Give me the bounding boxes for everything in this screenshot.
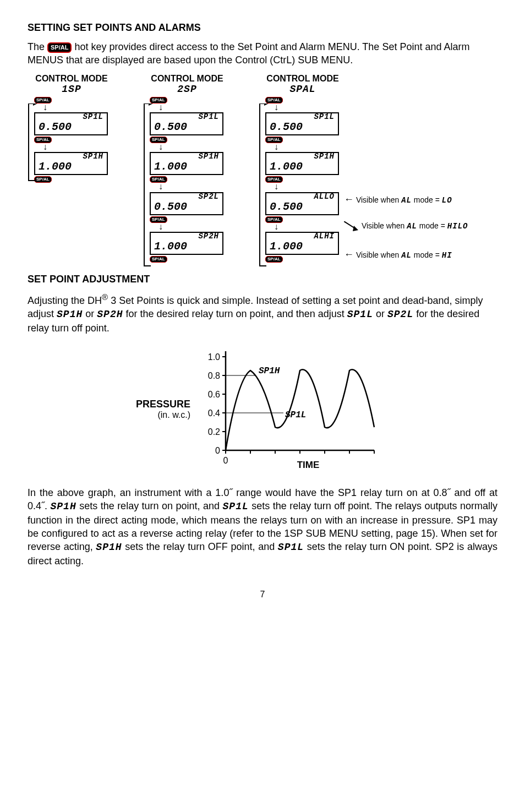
seg-sp1l: SP1L <box>347 309 373 320</box>
arrow-down-icon: ↓ <box>158 143 163 151</box>
svg-text:1.0: 1.0 <box>208 352 220 362</box>
mode-sub-1sp: 1SP <box>28 84 116 95</box>
chart-svg: 0 0.2 0.4 0.6 0.8 1.0 0 SP1H SP1L TIME <box>198 346 380 472</box>
display-box: SP1H 1.000 <box>265 152 339 175</box>
arrow-down-icon: ↓ <box>158 103 163 111</box>
annot-hilo: Visible when AL mode = HILO <box>344 221 468 232</box>
display-value: 1.000 <box>154 160 187 173</box>
display-value: 0.500 <box>270 121 303 133</box>
arrow-down-icon: ↓ <box>274 103 278 111</box>
adj-text: or <box>83 308 97 319</box>
loop-connector-icon <box>259 103 270 269</box>
loop-connector-icon <box>28 103 39 183</box>
chart-ylabel-main: PRESSURE <box>136 399 190 410</box>
mode-sub-2sp: 2SP <box>143 84 231 95</box>
display-box: SP1H 1.000 <box>150 152 223 175</box>
mode-sub-spal: SPAL <box>259 84 347 95</box>
display-label: SP1H <box>198 152 219 161</box>
annot-hi: ← Visible when AL mode = HI <box>344 249 452 260</box>
mode-col-1sp: CONTROL MODE 1SP SP/AL ↓ SP1L 0.500 SP/A… <box>28 74 127 183</box>
seg-sp2l: SP2L <box>387 309 413 320</box>
mode-diagram: CONTROL MODE 1SP SP/AL ↓ SP1L 0.500 SP/A… <box>28 74 497 263</box>
svg-text:0.6: 0.6 <box>208 390 220 399</box>
seg-sp1h: SP1H <box>96 542 122 553</box>
mode-col-2sp: CONTROL MODE 2SP SP/AL ↓ SP1L 0.500 SP/A… <box>143 74 242 263</box>
intro-paragraph: The SP/AL hot key provides direct access… <box>28 40 497 67</box>
svg-text:0: 0 <box>223 456 228 465</box>
display-value: 1.000 <box>270 160 303 173</box>
heading-setpoints: SETTING SET POINTS AND ALARMS <box>28 22 497 34</box>
chart-annot-sp1l: SP1L <box>285 410 306 420</box>
para2-text: sets the relay turn OFF point, and <box>122 541 278 552</box>
display-label: SP1L <box>314 112 335 121</box>
display-box: SP1L 0.500 <box>34 112 108 135</box>
display-label: SP2L <box>198 192 219 201</box>
chart-xlabel: TIME <box>297 460 320 470</box>
arrow-down-icon: ↓ <box>274 143 278 151</box>
page-number: 7 <box>28 590 497 600</box>
seg-sp1l: SP1L <box>223 501 249 512</box>
annot-lo: ← Visible when AL mode = LO <box>344 194 452 205</box>
adjustment-paragraph: Adjusting the DH® 3 Set Points is quick … <box>28 292 497 335</box>
display-value: 0.500 <box>39 121 72 133</box>
display-label: SP1H <box>83 152 103 161</box>
arrow-down-icon: ↓ <box>43 143 47 151</box>
chart-ylabel-sub: (in. w.c.) <box>136 410 190 420</box>
loop-connector-icon <box>143 103 154 269</box>
registered-icon: ® <box>102 292 108 302</box>
explanation-paragraph: In the above graph, an instrument with a… <box>28 486 497 568</box>
arrow-down-icon: ↓ <box>274 223 278 231</box>
display-value: 1.000 <box>270 240 303 253</box>
display-box: ALHI 1.000 <box>265 232 339 255</box>
mode-title: CONTROL MODE <box>143 74 231 84</box>
arrow-down-icon: ↓ <box>43 103 47 111</box>
display-box: SP1L 0.500 <box>150 112 223 135</box>
chart-annot-sp1h: SP1H <box>259 366 280 376</box>
chart-ylabel: PRESSURE (in. w.c.) <box>136 399 190 420</box>
svg-text:0: 0 <box>215 446 220 455</box>
display-label: SP1L <box>83 112 103 121</box>
mode-title: CONTROL MODE <box>259 74 347 84</box>
display-box: SP1H 1.000 <box>34 152 108 175</box>
adj-text: or <box>373 308 387 319</box>
arrow-down-icon: ↓ <box>158 223 163 231</box>
display-value: 1.000 <box>154 240 187 253</box>
display-label: SP1L <box>198 112 219 121</box>
intro-text-a: The <box>28 41 47 52</box>
display-value: 0.500 <box>154 200 187 213</box>
display-label: ALLO <box>314 192 335 201</box>
seg-sp1h: SP1H <box>50 501 76 512</box>
display-label: SP1H <box>314 152 335 161</box>
mode-col-spal: CONTROL MODE SPAL SP/AL ↓ SP1L 0.500 SP/… <box>259 74 490 263</box>
display-value: 1.000 <box>39 160 72 173</box>
arrow-down-icon: ↓ <box>274 183 278 190</box>
display-label: ALHI <box>314 232 335 241</box>
seg-sp1l: SP1L <box>278 542 304 553</box>
seg-sp2h: SP2H <box>97 309 123 320</box>
display-label: SP2H <box>198 232 219 241</box>
display-box: ALLO 0.500 <box>265 192 339 215</box>
pressure-time-chart: PRESSURE (in. w.c.) 0 0.2 0.4 0.6 0.8 1.… <box>136 346 389 472</box>
svg-text:0.2: 0.2 <box>208 427 220 437</box>
spal-hotkey-icon: SP/AL <box>47 42 72 53</box>
seg-sp1h: SP1H <box>57 309 83 320</box>
para2-text: sets the relay turn on point, and <box>76 500 223 511</box>
arrow-down-icon: ↓ <box>158 183 163 190</box>
intro-text-b: hot key provides direct access to the Se… <box>28 41 469 66</box>
mode-title: CONTROL MODE <box>28 74 116 84</box>
display-box: SP2L 0.500 <box>150 192 223 215</box>
adj-text: Adjusting the DH <box>28 295 102 306</box>
display-value: 0.500 <box>270 200 303 213</box>
display-box: SP1L 0.500 <box>265 112 339 135</box>
heading-adjustment: SET POINT ADJUSTMENT <box>28 274 497 285</box>
svg-text:0.4: 0.4 <box>208 408 220 418</box>
display-box: SP2H 1.000 <box>150 232 223 255</box>
svg-text:0.8: 0.8 <box>208 371 220 380</box>
display-value: 0.500 <box>154 121 187 133</box>
adj-text: for the desired relay turn on point, and… <box>123 308 347 319</box>
